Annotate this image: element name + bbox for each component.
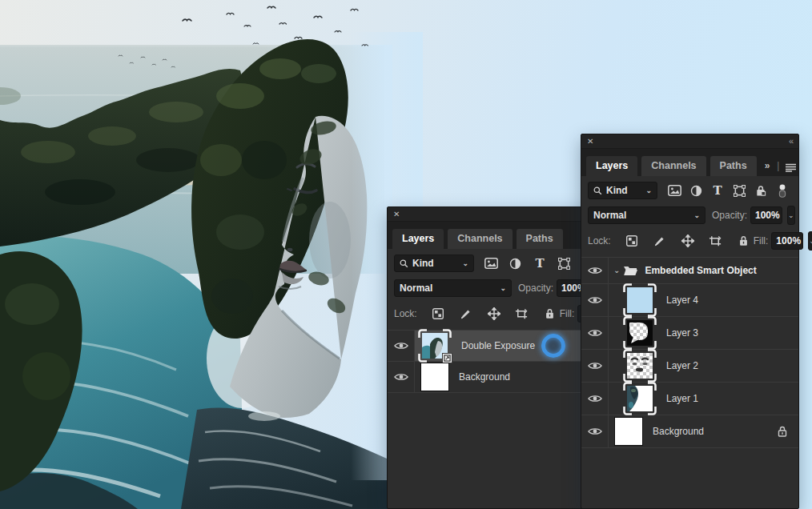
lock-all-icon[interactable] — [734, 232, 754, 250]
filter-shape-icon[interactable] — [555, 254, 574, 272]
tab-channels[interactable]: Channels — [641, 156, 705, 176]
group-name: Embedded Smart Object — [645, 265, 756, 276]
lock-pixels-icon[interactable] — [650, 232, 669, 250]
layer-name: Layer 1 — [666, 393, 698, 404]
filter-toggle-icon[interactable] — [773, 182, 792, 199]
filter-type-icon[interactable]: T — [530, 254, 549, 272]
lock-label: Lock: — [394, 308, 417, 319]
folder-icon — [623, 265, 638, 276]
layer-thumbnail[interactable] — [623, 349, 657, 383]
filter-adjustment-icon[interactable] — [506, 254, 525, 272]
layer2-thumbnail-art — [627, 353, 653, 379]
eye-icon — [394, 341, 408, 351]
lock-artboard-icon[interactable] — [706, 232, 726, 250]
layer-name: Layer 3 — [666, 327, 698, 339]
layer-thumbnail[interactable] — [623, 316, 657, 350]
layer-thumbnail[interactable] — [418, 329, 452, 363]
blend-mode-value: Normal — [400, 283, 432, 294]
close-icon[interactable]: ✕ — [587, 138, 593, 146]
layer-row-layer-1[interactable]: Layer 1 — [581, 383, 798, 415]
lock-pixels-icon[interactable] — [456, 305, 476, 323]
eye-icon — [588, 361, 602, 371]
lock-row: Lock: — [588, 231, 792, 250]
eye-icon — [394, 372, 408, 382]
blend-mode-select[interactable]: Normal ⌄ — [394, 279, 512, 297]
filter-smart-object-icon[interactable] — [751, 182, 770, 199]
overflow-icon[interactable]: » — [765, 160, 774, 176]
eye-icon — [588, 427, 602, 436]
lock-position-icon[interactable] — [678, 232, 697, 250]
photoshop-workspace: ✕ Layers Channels Paths » Kind ⌄ — [0, 0, 812, 509]
opacity-dropdown-button[interactable]: ⌄ — [787, 206, 795, 225]
click-indicator-ring — [541, 334, 565, 358]
tab-layers[interactable]: Layers — [586, 156, 637, 176]
layer-thumbnail[interactable] — [614, 417, 643, 446]
eye-icon — [588, 328, 602, 338]
filter-adjustment-icon[interactable] — [686, 182, 705, 199]
fill-dropdown-button[interactable]: ⌄ — [808, 231, 812, 250]
visibility-toggle[interactable] — [581, 350, 609, 382]
tab-paths[interactable]: Paths — [710, 156, 757, 176]
tab-separator: | — [777, 160, 781, 176]
layer-row-layer-4[interactable]: Layer 4 — [581, 284, 798, 317]
visibility-toggle[interactable] — [581, 415, 609, 447]
lock-position-icon[interactable] — [484, 305, 504, 323]
visibility-toggle[interactable] — [581, 258, 609, 283]
group-row-embedded-smart-object[interactable]: ⌄ Embedded Smart Object — [581, 258, 798, 284]
lock-row: Lock: — [394, 304, 598, 323]
layer-row-layer-2[interactable]: Layer 2 — [581, 350, 798, 383]
opacity-label: Opacity: — [518, 283, 553, 294]
lock-all-icon[interactable] — [541, 305, 560, 323]
visibility-toggle[interactable] — [581, 284, 609, 316]
layer-row-double-exposure[interactable]: Double Exposure — [388, 331, 605, 362]
panel-menu-icon[interactable] — [785, 163, 798, 176]
panel-header: ✕ « — [581, 134, 798, 149]
layer-list: ⌄ Embedded Smart Object — [581, 257, 798, 508]
lock-transparency-icon[interactable] — [428, 305, 448, 323]
search-icon — [400, 259, 408, 268]
lock-label: Lock: — [588, 235, 611, 246]
lock-transparency-icon[interactable] — [622, 232, 641, 250]
tab-channels[interactable]: Channels — [448, 229, 512, 249]
filter-type-icon[interactable]: T — [708, 182, 727, 199]
layer-row-layer-3[interactable]: Layer 3 — [581, 317, 798, 350]
layers-panel-smart-object: ✕ « Layers Channels Paths » | Kind — [581, 134, 799, 509]
layer-thumbnail[interactable] — [623, 283, 657, 317]
blend-row: Normal ⌄ Opacity: 100% ⌄ — [394, 279, 598, 298]
layer-name: Background — [459, 371, 510, 383]
visibility-toggle[interactable] — [581, 317, 609, 349]
layer-row-background[interactable]: Background — [388, 362, 605, 393]
layer-name: Double Exposure — [461, 340, 535, 351]
filter-kind-value: Kind — [412, 258, 434, 269]
layer-list: Double Exposure Background — [388, 330, 605, 508]
filter-shape-icon[interactable] — [730, 182, 749, 199]
tab-paths[interactable]: Paths — [517, 229, 563, 249]
collapse-icon[interactable]: « — [789, 137, 793, 146]
layer-thumbnail[interactable] — [623, 382, 657, 415]
layers-toolbar: Kind ⌄ T — [388, 249, 605, 330]
filter-image-icon[interactable] — [481, 254, 500, 272]
visibility-toggle[interactable] — [388, 331, 415, 361]
close-icon[interactable]: ✕ — [393, 210, 400, 218]
filter-image-icon[interactable] — [665, 182, 684, 199]
visibility-toggle[interactable] — [581, 383, 609, 415]
blend-mode-value: Normal — [593, 210, 626, 221]
layer3-thumbnail-art — [627, 320, 653, 346]
blend-mode-select[interactable]: Normal ⌄ — [588, 206, 705, 224]
filter-kind-select[interactable]: Kind ⌄ — [588, 182, 657, 199]
layer-name: Layer 4 — [666, 295, 698, 306]
filter-kind-value: Kind — [606, 185, 628, 196]
layer-row-background[interactable]: Background — [581, 415, 798, 448]
locked-badge-icon — [778, 426, 787, 437]
lock-artboard-icon[interactable] — [513, 305, 532, 323]
fill-value[interactable]: 100% — [771, 232, 803, 250]
opacity-value[interactable]: 100% — [750, 206, 782, 224]
layer-thumbnail[interactable] — [420, 363, 449, 391]
filter-row: Kind ⌄ T — [394, 254, 598, 272]
fill-label: Fill: — [754, 235, 769, 246]
tab-layers[interactable]: Layers — [392, 229, 444, 249]
panel-tabs: Layers Channels Paths » | — [581, 149, 798, 176]
filter-kind-select[interactable]: Kind ⌄ — [394, 254, 474, 272]
visibility-toggle[interactable] — [388, 362, 415, 392]
layer1-thumbnail-art — [627, 386, 653, 411]
